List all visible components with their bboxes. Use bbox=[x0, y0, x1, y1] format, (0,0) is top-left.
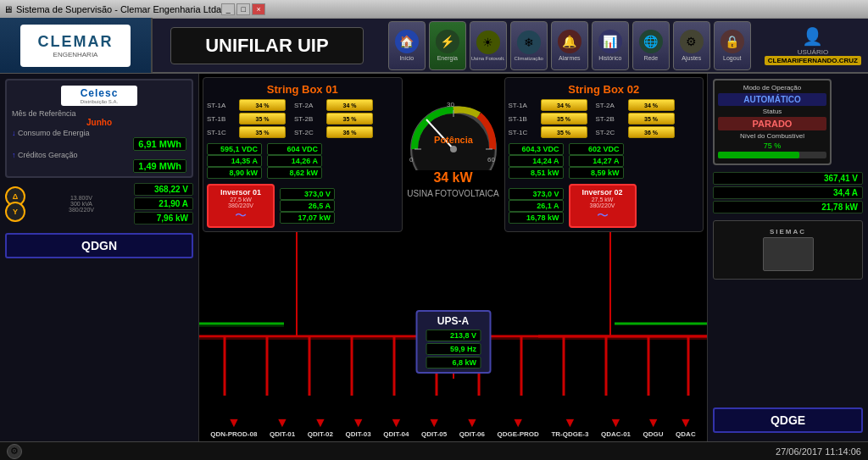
dist-qdit02: ▼ QDIT-02 bbox=[308, 415, 333, 438]
qdge-prod-label: QDGE-PROD bbox=[498, 430, 539, 438]
inv02-out-a: 26,1 A bbox=[509, 200, 564, 212]
st-2c-row: ST-2C 36 % bbox=[294, 126, 373, 138]
generator-icon bbox=[763, 237, 814, 271]
mode-box: Modo de Operação AUTOMÁTICO Status PARAD… bbox=[713, 79, 832, 165]
nav-logout[interactable]: 🔒 Logout bbox=[714, 21, 751, 70]
inverter-02-area: 373,0 V 26,1 A 16,78 kW Inversor 02 27,5… bbox=[509, 184, 700, 228]
ups-area: UPS-A 213,8 V 59,9 Hz 6,8 kW bbox=[415, 310, 491, 374]
user-area: 👤 USUÁRIO CLEMARIFERNANDO.CRUZ bbox=[758, 23, 868, 69]
logo-box: CLEMAR ENGENHARIA bbox=[20, 25, 131, 67]
qdgn-label[interactable]: QDGN bbox=[5, 233, 193, 258]
inv01-output-meas: 373,0 V 26,5 A 17,07 kW bbox=[280, 188, 335, 224]
mode-title: Modo de Operação bbox=[718, 84, 826, 91]
dist-qdit06: ▼ QDIT-06 bbox=[459, 415, 485, 438]
consumo-value: 6,91 MWh bbox=[133, 137, 186, 151]
left-measurements: 368,22 V 21,90 A 7,96 kW bbox=[134, 183, 193, 224]
maximize-btn[interactable]: □ bbox=[236, 3, 250, 15]
right-column: Modo de Operação AUTOMÁTICO Status PARAD… bbox=[707, 74, 868, 441]
main-title: UNIFILAR UIP bbox=[170, 27, 363, 64]
arrow-qdgu: ▼ bbox=[647, 415, 660, 430]
qdgu-label: QDGU bbox=[643, 430, 664, 438]
nav-energia-label: Energia bbox=[437, 55, 458, 61]
sb01-voltage2: 604 VDC bbox=[267, 143, 322, 155]
usina-label: USINA FOTOVOLTAICA bbox=[407, 189, 498, 198]
close-btn[interactable]: × bbox=[252, 3, 265, 15]
inv01-out-kw: 17,07 kW bbox=[280, 212, 335, 224]
sb01-right-strings: ST-2A 34 % ST-2B 35 % ST-2C 36 % bbox=[294, 97, 373, 140]
dist-qdac01: ▼ QDAC-01 bbox=[601, 415, 631, 438]
solar-icon: ☀ bbox=[476, 30, 500, 54]
qdac01-label: QDAC-01 bbox=[601, 430, 631, 438]
arrow-qdac: ▼ bbox=[679, 415, 693, 430]
inv02-out-kw: 16,78 kW bbox=[509, 212, 564, 224]
arrow-qdit03: ▼ bbox=[352, 415, 365, 430]
qdit04-label: QDIT-04 bbox=[383, 430, 409, 438]
transformer-specs: 13.800V300 kVA380/220V bbox=[32, 195, 131, 213]
sb01-power1: 8,90 kW bbox=[207, 167, 262, 179]
qdge-label[interactable]: QDGE bbox=[713, 407, 863, 433]
fuel-bar bbox=[718, 152, 799, 158]
qdn-prod-label: QDN-PROD-08 bbox=[210, 430, 257, 438]
nav-ajustes[interactable]: ⚙ Ajustes bbox=[673, 21, 710, 70]
nav-inicio[interactable]: 🏠 Início bbox=[388, 21, 426, 70]
string-box-02-title: String Box 02 bbox=[509, 81, 700, 97]
sb01-measurements: 595,1 VDC 14,35 A 8,90 kW 604 VDC 14,26 … bbox=[207, 143, 398, 179]
qdit06-label: QDIT-06 bbox=[459, 430, 485, 438]
alarm-icon: 🔔 bbox=[558, 30, 581, 53]
dist-qdgu: ▼ QDGU bbox=[643, 415, 664, 438]
creditos-row: ↑ Créditos Geração bbox=[12, 151, 186, 159]
sb02-voltage1: 604,3 VDC bbox=[509, 143, 564, 155]
home-icon: 🏠 bbox=[395, 30, 419, 53]
sb01-strings: ST-1A 34 % ST-1B 35 % ST-1C 35 % bbox=[207, 97, 398, 140]
arrow-qdit04: ▼ bbox=[389, 415, 403, 430]
header-title-area: UNIFILAR UIP bbox=[153, 27, 381, 64]
sb02-strings: ST-1A 34 % ST-1B 35 % ST-1C 35 % bbox=[509, 97, 700, 140]
celesc-card: Celesc Distribuição S.A. Mês de Referênc… bbox=[5, 79, 193, 178]
inverter-02-box: Inversor 02 27,5 kW 380/220V 〜 bbox=[569, 184, 637, 228]
power-gauge: 0 30 60 Potência bbox=[403, 94, 504, 170]
nav-alarmes[interactable]: 🔔 Alarmes bbox=[551, 21, 588, 70]
sb02-st-1b: ST-1B 35 % bbox=[509, 113, 587, 125]
arrow-qdit06: ▼ bbox=[465, 415, 479, 430]
network-icon: 🌐 bbox=[639, 30, 663, 53]
creditos-value: 1,49 MWh bbox=[133, 159, 186, 173]
minimize-btn[interactable]: _ bbox=[221, 3, 235, 15]
sb02-power2: 8,59 kW bbox=[569, 167, 624, 179]
nav-inicio-label: Início bbox=[399, 55, 414, 61]
string-box-01-title: String Box 01 bbox=[207, 81, 398, 97]
nav-historico[interactable]: 📊 Histórico bbox=[592, 21, 629, 70]
datetime-display: 27/06/2017 11:14:06 bbox=[776, 446, 861, 457]
user-role-label: USUÁRIO bbox=[798, 48, 828, 56]
generator-visual: SIEMAC bbox=[713, 220, 863, 280]
dist-qdn-prod: ▼ QDN-PROD-08 bbox=[210, 415, 257, 438]
svg-text:0: 0 bbox=[409, 156, 414, 163]
energy-icon: ⚡ bbox=[436, 30, 459, 53]
ups-voltage: 213,8 V bbox=[426, 330, 481, 341]
settings-btn[interactable]: ⚙ bbox=[7, 444, 22, 459]
inv01-title: Inversor 01 bbox=[213, 188, 269, 197]
nav-usina[interactable]: ☀ Usina Fotovolt. bbox=[470, 21, 507, 70]
sb02-current2: 14,27 A bbox=[569, 155, 624, 167]
generator-measurements: 367,41 V 34,4 A 21,78 kW bbox=[713, 172, 863, 213]
sb02-measurements: 604,3 VDC 14,24 A 8,51 kW 602 VDC 14,27 … bbox=[509, 143, 700, 179]
nav-logout-label: Logout bbox=[723, 55, 741, 61]
dist-tr-qdge: ▼ TR-QDGE-3 bbox=[551, 415, 588, 438]
window-controls: _ □ × bbox=[221, 3, 265, 15]
nav-rede[interactable]: 🌐 Rede bbox=[632, 21, 670, 70]
climate-icon: ❄ bbox=[517, 30, 541, 54]
titlebar-title: Sistema de Supervisão - Clemar Engenhari… bbox=[16, 4, 221, 14]
nav-clima-label: Climatização bbox=[515, 56, 543, 61]
settings-icon: ⚙ bbox=[680, 30, 704, 53]
nav-energia[interactable]: ⚡ Energia bbox=[429, 21, 466, 70]
nav-icons: 🏠 Início ⚡ Energia ☀ Usina Fotovolt. ❄ C… bbox=[381, 21, 758, 70]
logout-icon: 🔒 bbox=[721, 30, 744, 53]
nav-climatizacao[interactable]: ❄ Climatização bbox=[510, 21, 548, 70]
left-column: Celesc Distribuição S.A. Mês de Referênc… bbox=[0, 74, 199, 441]
sb01-left-strings: ST-1A 34 % ST-1B 35 % ST-1C 35 % bbox=[207, 97, 286, 140]
sb02-current1: 14,24 A bbox=[509, 155, 564, 167]
sb02-st-1c: ST-1C 35 % bbox=[509, 126, 587, 138]
svg-text:30: 30 bbox=[447, 101, 454, 108]
sb02-st-2c: ST-2C 36 % bbox=[596, 126, 675, 138]
arrow-qdit05: ▼ bbox=[427, 415, 441, 430]
inv02-output-meas: 373,0 V 26,1 A 16,78 kW bbox=[509, 188, 564, 224]
